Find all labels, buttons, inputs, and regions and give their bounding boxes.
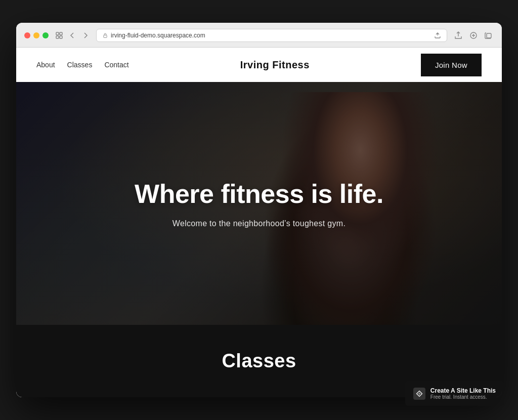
hero-section: Where fitness is life. Welcome to the ne… bbox=[16, 82, 502, 325]
sq-badge-text: Create A Site Like This Free trial. Inst… bbox=[430, 387, 496, 400]
sq-main-text: Create A Site Like This bbox=[430, 387, 496, 394]
svg-rect-1 bbox=[60, 32, 62, 35]
duplicate-button[interactable] bbox=[484, 30, 494, 40]
traffic-lights bbox=[24, 32, 49, 38]
back-button[interactable] bbox=[68, 31, 77, 40]
browser-chrome: irving-fluid-demo.squarespace.com bbox=[16, 23, 502, 48]
website-content: About Classes Contact Irving Fitness Joi… bbox=[16, 48, 502, 397]
hero-title: Where fitness is life. bbox=[135, 179, 383, 209]
nav-link-about[interactable]: About bbox=[36, 61, 55, 69]
url-text: irving-fluid-demo.squarespace.com bbox=[111, 32, 205, 39]
nav-link-classes[interactable]: Classes bbox=[67, 61, 93, 69]
svg-rect-4 bbox=[104, 35, 107, 37]
svg-rect-2 bbox=[56, 36, 59, 38]
share-button[interactable] bbox=[453, 30, 463, 40]
site-nav: About Classes Contact Irving Fitness Joi… bbox=[16, 48, 502, 82]
squarespace-badge[interactable]: Create A Site Like This Free trial. Inst… bbox=[405, 381, 504, 406]
nav-links: About Classes Contact bbox=[36, 61, 129, 69]
close-button[interactable] bbox=[24, 32, 30, 38]
svg-rect-3 bbox=[60, 36, 62, 38]
hero-content: Where fitness is life. Welcome to the ne… bbox=[16, 82, 502, 325]
svg-rect-0 bbox=[56, 32, 59, 35]
hero-subtitle: Welcome to the neighborhood’s toughest g… bbox=[172, 219, 346, 228]
address-bar[interactable]: irving-fluid-demo.squarespace.com bbox=[96, 29, 447, 42]
squarespace-logo-icon bbox=[413, 388, 425, 400]
minimize-button[interactable] bbox=[33, 32, 39, 38]
browser-nav-controls bbox=[55, 31, 90, 40]
new-tab-button[interactable] bbox=[468, 30, 479, 40]
site-brand: Irving Fitness bbox=[240, 59, 310, 71]
maximize-button[interactable] bbox=[42, 32, 49, 38]
window-grid-button[interactable] bbox=[55, 31, 64, 40]
svg-rect-8 bbox=[487, 33, 491, 38]
sq-sub-text: Free trial. Instant access. bbox=[430, 394, 496, 400]
classes-title: Classes bbox=[36, 350, 482, 372]
browser-window: irving-fluid-demo.squarespace.com bbox=[16, 23, 502, 397]
browser-actions bbox=[453, 30, 494, 40]
join-now-button[interactable]: Join Now bbox=[421, 54, 482, 76]
nav-link-contact[interactable]: Contact bbox=[104, 61, 128, 69]
forward-button[interactable] bbox=[81, 31, 90, 40]
